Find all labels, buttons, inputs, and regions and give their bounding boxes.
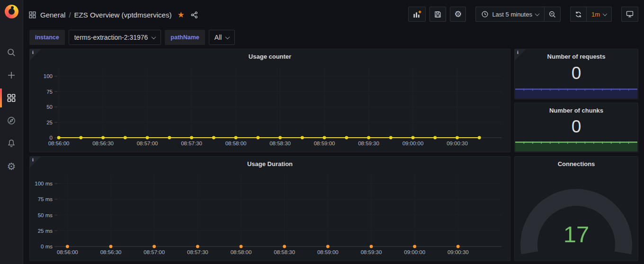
panel-usage-duration: i Usage Duration 08:56:0008:56:3008:57:0…	[29, 156, 510, 261]
chevron-down-icon	[225, 35, 230, 39]
panel-title[interactable]: Number of chunks	[515, 103, 638, 117]
cycle-view-mode-button[interactable]	[621, 7, 638, 22]
svg-text:08:58:00: 08:58:00	[225, 141, 247, 146]
svg-text:08:56:30: 08:56:30	[100, 249, 122, 255]
time-range-picker[interactable]: Last 5 minutes	[475, 7, 544, 22]
panel-title[interactable]: Number of requests	[515, 49, 638, 63]
instance-select[interactable]: terms-extraction-2:31976	[69, 30, 161, 45]
refresh-interval-select[interactable]: 1m	[586, 7, 612, 22]
requests-sparkline	[515, 88, 637, 98]
sidebar-item-explore[interactable]	[0, 109, 23, 132]
share-icon[interactable]	[190, 11, 198, 19]
svg-text:09:00:30: 09:00:30	[447, 249, 469, 255]
svg-text:08:57:30: 08:57:30	[187, 249, 208, 255]
instance-select-value: terms-extraction-2:31976	[74, 34, 148, 41]
save-dashboard-button[interactable]	[429, 7, 446, 22]
svg-text:25: 25	[46, 120, 53, 125]
svg-text:08:59:00: 08:59:00	[314, 141, 335, 146]
svg-text:08:56:00: 08:56:00	[57, 249, 78, 255]
svg-text:08:59:30: 08:59:30	[358, 141, 379, 146]
svg-text:08:58:30: 08:58:30	[274, 249, 295, 255]
favorite-star-icon[interactable]: ★	[177, 10, 184, 20]
zoom-out-icon	[548, 10, 556, 18]
pathname-select-value: All	[215, 34, 222, 41]
panel-number-of-requests: i Number of requests 0	[514, 49, 638, 99]
breadcrumb-section[interactable]: General	[40, 11, 65, 19]
sidebar-item-configuration[interactable]: ⚙	[0, 155, 23, 177]
grafana-logo-icon	[5, 5, 18, 18]
svg-text:09:00:00: 09:00:00	[402, 141, 424, 146]
svg-text:08:56:30: 08:56:30	[92, 141, 114, 146]
variable-label-instance: instance	[29, 30, 65, 45]
time-picker-group: Last 5 minutes	[475, 7, 561, 22]
time-range-label: Last 5 minutes	[492, 11, 532, 18]
svg-text:75 ms: 75 ms	[38, 196, 53, 202]
svg-text:08:58:00: 08:58:00	[231, 249, 252, 255]
add-panel-button[interactable]	[408, 7, 426, 22]
chunks-sparkline	[515, 141, 637, 151]
info-glyph: i	[32, 50, 34, 55]
svg-text:08:58:30: 08:58:30	[269, 141, 291, 146]
zoom-out-button[interactable]	[544, 7, 561, 22]
monitor-icon	[626, 10, 634, 18]
svg-text:50 ms: 50 ms	[38, 212, 53, 218]
gauge-value: 17	[519, 221, 634, 247]
breadcrumb: General / EZS Overview (vptdmservices) ★	[28, 8, 198, 22]
active-indicator	[0, 88, 2, 107]
info-icon[interactable]: i	[515, 49, 526, 60]
gear-icon: ⚙	[7, 161, 16, 171]
info-icon[interactable]: i	[30, 157, 41, 167]
chevron-down-icon	[535, 11, 539, 16]
sidebar-item-alerting[interactable]	[0, 132, 23, 155]
svg-text:08:57:00: 08:57:00	[137, 141, 158, 146]
svg-text:75: 75	[46, 89, 53, 95]
svg-text:50: 50	[46, 104, 53, 110]
info-icon[interactable]: i	[30, 49, 41, 60]
stat-value-requests: 0	[515, 63, 638, 83]
svg-text:08:56:00: 08:56:00	[48, 141, 70, 146]
grafana-dashboard-page: { "breadcrumb": { "section": "General", …	[0, 0, 644, 264]
dashboard-settings-button[interactable]: ⚙	[450, 7, 466, 22]
svg-text:0: 0	[50, 135, 53, 141]
compass-icon	[7, 116, 16, 125]
info-glyph: i	[32, 157, 34, 162]
sidebar-item-search[interactable]	[0, 41, 23, 64]
clock-icon	[481, 10, 489, 18]
chevron-down-icon	[603, 11, 608, 16]
connections-gauge: 17	[519, 171, 634, 257]
breadcrumb-title[interactable]: EZS Overview (vptdmservices)	[74, 11, 172, 19]
refresh-button[interactable]	[570, 7, 586, 22]
grafana-logo[interactable]	[0, 0, 23, 23]
refresh-icon	[574, 10, 582, 18]
svg-text:08:57:30: 08:57:30	[181, 141, 202, 146]
svg-text:09:00:30: 09:00:30	[447, 141, 468, 146]
gear-icon: ⚙	[454, 9, 462, 19]
panel-title[interactable]: Connections	[515, 157, 638, 171]
sidebar-nav: ⚙	[0, 41, 23, 177]
svg-text:100: 100	[44, 73, 53, 79]
pathname-select[interactable]: All	[209, 30, 235, 45]
sidebar: ⚙	[0, 0, 23, 264]
plus-icon	[7, 70, 16, 80]
variable-label-pathname: pathName	[165, 30, 205, 45]
svg-text:08:57:00: 08:57:00	[143, 249, 165, 255]
refresh-interval-label: 1m	[591, 11, 600, 18]
svg-text:100 ms: 100 ms	[35, 181, 53, 186]
dashboard-grid-icon	[28, 11, 36, 19]
search-icon	[7, 48, 16, 57]
add-panel-icon	[412, 10, 421, 19]
panel-connections: Connections 17	[514, 156, 638, 261]
bell-icon	[7, 139, 16, 148]
breadcrumb-separator: /	[69, 11, 71, 19]
sidebar-item-create[interactable]	[0, 64, 23, 87]
chevron-down-icon	[152, 35, 156, 39]
usage-duration-chart[interactable]: 08:56:0008:56:3008:57:0008:57:3008:58:00…	[32, 169, 508, 259]
filter-bar: instance terms-extraction-2:31976 pathNa…	[29, 30, 235, 45]
svg-text:08:59:30: 08:59:30	[361, 249, 382, 255]
refresh-group: 1m	[570, 7, 612, 22]
usage-counter-chart[interactable]: 08:56:0008:56:3008:57:0008:57:3008:58:00…	[32, 62, 508, 150]
svg-text:09:00:00: 09:00:00	[404, 249, 425, 255]
sidebar-item-dashboards[interactable]	[0, 87, 23, 109]
dashboards-grid-icon	[7, 93, 16, 103]
save-icon	[434, 10, 442, 18]
